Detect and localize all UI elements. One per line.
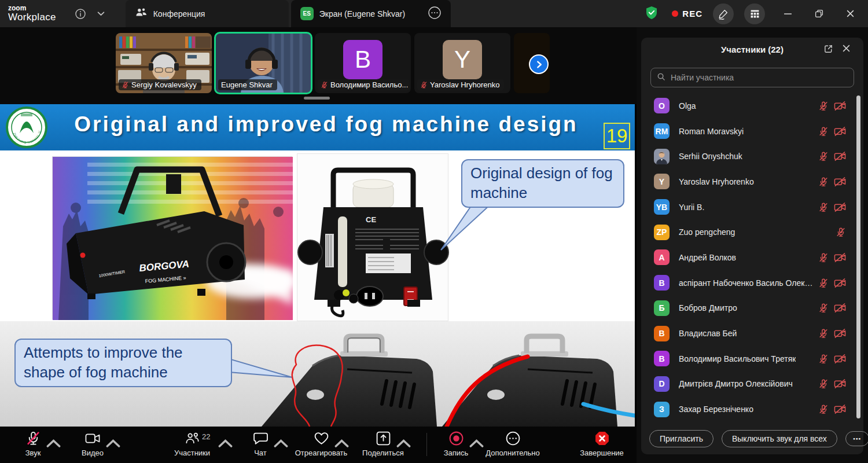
toolbar-participants-button[interactable]: 22Участники bbox=[164, 431, 220, 457]
scrollbar[interactable] bbox=[856, 95, 860, 418]
security-shield-icon[interactable] bbox=[645, 6, 658, 22]
participant-row[interactable]: BВладислав Бей bbox=[641, 321, 863, 346]
participant-row[interactable]: DДмитрієв Дмитро Олексійович bbox=[641, 372, 863, 397]
video-off-icon bbox=[834, 252, 846, 263]
mic-muted-icon bbox=[818, 328, 829, 339]
participant-row[interactable]: BВолодимир Васильович Третяк bbox=[641, 346, 863, 372]
participant-row[interactable]: ZPZuo pengcheng bbox=[641, 219, 863, 245]
participant-initial-avatar: B bbox=[343, 40, 382, 79]
chevron-up-icon[interactable] bbox=[105, 436, 112, 440]
invite-button[interactable]: Пригласить bbox=[649, 430, 713, 447]
end-icon bbox=[594, 431, 610, 449]
mic-muted-icon bbox=[818, 101, 829, 111]
search-input[interactable] bbox=[670, 72, 848, 83]
mic-muted-icon bbox=[818, 354, 829, 364]
mic-muted-icon bbox=[122, 81, 129, 89]
video-icon bbox=[85, 431, 101, 449]
participant-name: Бобров Дмитро bbox=[679, 303, 737, 313]
participant-row[interactable]: ББобров Дмитро bbox=[641, 296, 863, 321]
participant-row[interactable]: AАндрей Волков bbox=[641, 245, 863, 270]
participant-row[interactable]: YBYurii B. bbox=[641, 194, 863, 220]
next-page-arrow-button[interactable] bbox=[529, 54, 549, 74]
participant-name: Yurii B. bbox=[679, 203, 704, 212]
callout-original-design: Original design of fog machine bbox=[461, 159, 624, 208]
participants-count-badge: 22 bbox=[202, 432, 210, 441]
toolbar-audio-button[interactable]: Звук bbox=[5, 431, 61, 457]
minimize-button[interactable] bbox=[779, 5, 796, 23]
chevron-up-icon[interactable] bbox=[334, 436, 341, 440]
shared-screen-slide: ZHEJIANG NORMAL UNIVERSITY Original and … bbox=[0, 104, 635, 427]
chevron-up-icon[interactable] bbox=[396, 436, 403, 440]
video-off-icon bbox=[834, 303, 846, 313]
video-thumbnail[interactable]: Eugene Shkvar bbox=[215, 33, 311, 93]
toolbar-label: Чат bbox=[254, 449, 267, 457]
annotate-pencil-icon[interactable] bbox=[713, 3, 734, 24]
record-icon bbox=[448, 431, 464, 449]
participant-row[interactable]: YYaroslav Hryhorenko bbox=[641, 169, 863, 194]
toolbar-record-button[interactable]: Запись bbox=[428, 431, 484, 457]
participant-row[interactable]: RMRoman Moravskyi bbox=[641, 119, 863, 144]
tab-screen-share[interactable]: ES Экран (Eugene Shkvar) bbox=[291, 0, 451, 27]
toolbar-label: Завершение bbox=[580, 449, 624, 457]
participant-avatar: B bbox=[654, 275, 670, 291]
tab-label: Конференция bbox=[153, 9, 205, 19]
participants-panel-title: Участники (22) bbox=[721, 45, 784, 54]
thumbnail-name: Володимир Васильо... bbox=[330, 80, 408, 89]
apps-grid-icon[interactable] bbox=[744, 3, 765, 24]
thumbnail-name-label: Yaroslav Hryhorenko bbox=[417, 79, 504, 90]
participant-name: Zuo pengcheng bbox=[679, 227, 735, 237]
video-off-icon bbox=[834, 101, 846, 111]
participant-avatar: B bbox=[654, 351, 670, 366]
tab-options-icon[interactable] bbox=[428, 6, 442, 21]
mic-muted-icon bbox=[818, 278, 829, 288]
university-logo: ZHEJIANG NORMAL UNIVERSITY bbox=[6, 106, 47, 150]
toolbar-label: Видео bbox=[82, 449, 104, 457]
mute-all-button[interactable]: Выключить звук для всех bbox=[722, 430, 837, 447]
restore-window-button[interactable] bbox=[810, 5, 827, 23]
video-thumbnail[interactable]: Sergiy Kovalevskyy bbox=[116, 33, 212, 93]
close-panel-icon[interactable] bbox=[842, 44, 851, 55]
participant-avatar: Б bbox=[654, 300, 670, 316]
strip-scroll-indicator[interactable] bbox=[304, 97, 330, 100]
react-icon bbox=[314, 431, 329, 449]
video-thumbnail[interactable]: BВолодимир Васильо... bbox=[315, 33, 411, 93]
callout-improve-shape: Attempts to improve the shape of fog mac… bbox=[14, 339, 232, 387]
chevron-down-icon[interactable] bbox=[93, 6, 109, 22]
mic-muted-icon bbox=[818, 202, 829, 212]
participant-row[interactable]: OOlga bbox=[641, 93, 863, 119]
participant-avatar: YB bbox=[654, 199, 670, 215]
chevron-up-icon[interactable] bbox=[46, 436, 53, 440]
toolbar-video-button[interactable]: Видео bbox=[65, 431, 120, 457]
chevron-up-icon[interactable] bbox=[273, 436, 280, 440]
slide-page-number: 19 bbox=[604, 123, 630, 149]
popout-icon[interactable] bbox=[823, 44, 833, 56]
toolbar-label: Звук bbox=[25, 449, 41, 457]
chevron-up-icon[interactable] bbox=[218, 436, 225, 440]
participant-search[interactable] bbox=[650, 68, 854, 87]
participant-name: аспірант Набоченко Василь Олекса... bbox=[679, 278, 815, 288]
participant-list: OOlgaRMRoman MoravskyiSerhii OnyshchukYY… bbox=[641, 93, 863, 422]
video-off-icon bbox=[834, 278, 846, 288]
participant-avatar: ZP bbox=[654, 225, 670, 240]
participant-row[interactable]: Serhii Onyshchuk bbox=[641, 144, 863, 169]
toolbar-chat-button[interactable]: Чат bbox=[233, 431, 288, 457]
avatar: ES bbox=[300, 7, 314, 20]
tab-conference[interactable]: Конференция bbox=[126, 0, 289, 27]
info-icon[interactable] bbox=[72, 6, 89, 22]
record-dot-icon bbox=[672, 10, 678, 17]
video-off-icon bbox=[834, 404, 846, 414]
close-button[interactable] bbox=[841, 5, 859, 23]
thumbnail-name-label: Eugene Shkvar bbox=[218, 79, 277, 90]
participant-row[interactable]: ЗЗахар Березніченко bbox=[641, 396, 863, 422]
toolbar-react-button[interactable]: Отреагировать bbox=[293, 431, 349, 457]
video-thumbnail[interactable]: YYaroslav Hryhorenko bbox=[414, 33, 510, 93]
toolbar-more-button[interactable]: Дополнительно bbox=[485, 431, 540, 457]
chevron-up-icon[interactable] bbox=[469, 436, 476, 440]
toolbar-label: Дополнительно bbox=[486, 449, 540, 457]
panel-more-button[interactable]: ⋯ bbox=[845, 431, 868, 446]
participant-avatar bbox=[654, 149, 670, 164]
toolbar-share-button[interactable]: Поделиться bbox=[355, 431, 411, 457]
svg-text:CE: CE bbox=[366, 215, 376, 224]
participant-row[interactable]: Bаспірант Набоченко Василь Олекса... bbox=[641, 270, 863, 296]
toolbar-end-button[interactable]: Завершение bbox=[574, 431, 630, 457]
